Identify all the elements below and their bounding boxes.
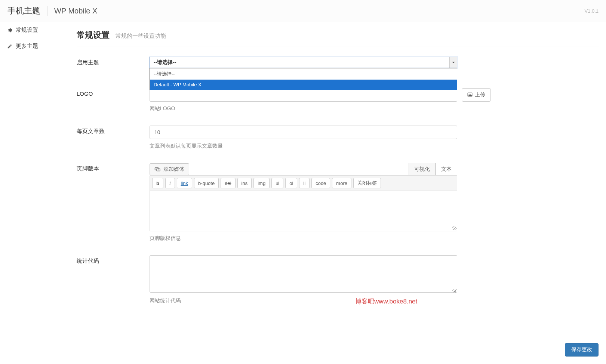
add-media-label: 添加媒体 (163, 166, 184, 173)
toolbar-bold[interactable]: b (152, 178, 163, 188)
page-description: 常规的一些设置功能 (116, 33, 166, 40)
per-page-help: 文章列表默认每页显示文章数量 (150, 143, 599, 149)
theme-option-default[interactable]: Default - WP Mobile X (150, 80, 457, 90)
toolbar-ol[interactable]: ol (285, 178, 297, 188)
enable-theme-label: 启用主题 (77, 57, 150, 68)
header-divider (47, 6, 47, 16)
logo-input[interactable] (150, 88, 457, 102)
save-button[interactable]: 保存更改 (565, 343, 599, 355)
app-title: 手机主题 (7, 5, 40, 16)
add-media-button[interactable]: 添加媒体 (150, 163, 189, 175)
footer-editor-textarea[interactable] (150, 191, 457, 230)
footer-text-help: 页脚版权信息 (150, 235, 457, 242)
theme-select-dropdown: --请选择-- Default - WP Mobile X (150, 68, 457, 90)
app-header: 手机主题 WP Mobile X V1.0.1 (0, 0, 606, 22)
tab-visual[interactable]: 可视化 (409, 163, 436, 175)
row-enable-theme: 启用主题 --请选择-- --请选择-- Default - WP Mobile… (77, 57, 599, 68)
theme-option-placeholder[interactable]: --请选择-- (150, 68, 457, 80)
toolbar-code[interactable]: code (311, 178, 330, 188)
toolbar-li[interactable]: li (299, 178, 310, 188)
footer-text-label: 页脚版本 (77, 163, 150, 242)
stats-textarea[interactable] (150, 255, 457, 293)
upload-button-label: 上传 (475, 92, 485, 98)
toolbar-more[interactable]: more (332, 178, 351, 188)
toolbar-del[interactable]: del (221, 178, 235, 188)
toolbar-close-tags[interactable]: 关闭标签 (353, 178, 381, 188)
page-title: 常规设置 (77, 30, 110, 41)
logo-label: LOGO (77, 88, 150, 112)
sidebar-item-label: 常规设置 (16, 27, 38, 34)
svg-point-0 (156, 169, 157, 169)
stats-help: 网站统计代码 (150, 297, 599, 304)
row-per-page: 每页文章数 文章列表默认每页显示文章数量 (77, 126, 599, 149)
toolbar-link[interactable]: link (177, 178, 193, 188)
theme-select-value: --请选择-- (154, 59, 453, 66)
per-page-label: 每页文章数 (77, 126, 150, 149)
svg-point-1 (158, 169, 159, 170)
main-content: 常规设置 常规的一些设置功能 启用主题 --请选择-- --请选择-- Defa… (69, 22, 606, 355)
per-page-input[interactable] (150, 126, 457, 139)
editor-toolbar: b i link b-quote del ins img ul ol li co… (150, 176, 457, 191)
toolbar-italic[interactable]: i (165, 178, 175, 188)
footer-bar: 保存更改 (565, 343, 599, 355)
footer-editor: b i link b-quote del ins img ul ol li co… (150, 175, 457, 231)
app-subtitle: WP Mobile X (54, 7, 97, 15)
chevron-down-icon (449, 57, 457, 68)
sidebar-item-general[interactable]: 常规设置 (0, 22, 69, 38)
row-stats-code: 统计代码 网站统计代码 (77, 255, 599, 304)
image-icon (467, 92, 473, 98)
logo-help: 网站LOGO (150, 105, 599, 112)
media-icon (154, 167, 161, 172)
row-footer-text: 页脚版本 添加媒体 可视化 文本 b i link (77, 163, 599, 242)
sidebar-item-label: 更多主题 (16, 43, 38, 50)
theme-select[interactable]: --请选择-- (150, 57, 457, 68)
pencil-icon (7, 43, 13, 49)
toolbar-bquote[interactable]: b-quote (194, 178, 219, 188)
version-label: V1.0.1 (584, 8, 599, 14)
toolbar-ul[interactable]: ul (271, 178, 283, 188)
page-heading: 常规设置 常规的一些设置功能 (77, 30, 599, 46)
gear-icon (7, 27, 13, 33)
toolbar-ins[interactable]: ins (237, 178, 252, 188)
sidebar: 常规设置 更多主题 (0, 22, 69, 355)
sidebar-item-more-themes[interactable]: 更多主题 (0, 38, 69, 54)
stats-label: 统计代码 (77, 255, 150, 304)
header-left: 手机主题 WP Mobile X (7, 5, 97, 16)
upload-button[interactable]: 上传 (462, 88, 491, 102)
tab-text[interactable]: 文本 (436, 163, 457, 175)
toolbar-img[interactable]: img (253, 178, 270, 188)
editor-tabs: 可视化 文本 (409, 163, 457, 175)
row-logo: LOGO 上传 网站LOGO (77, 88, 599, 112)
